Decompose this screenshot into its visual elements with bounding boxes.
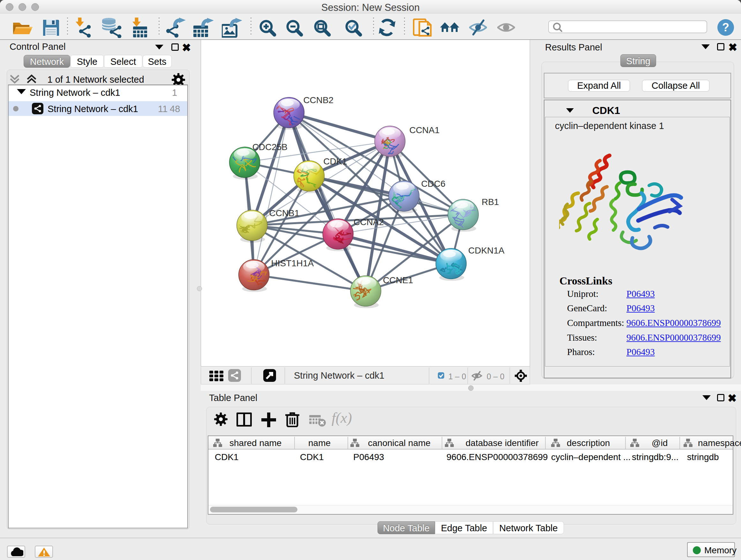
svg-text:HIST1H1A: HIST1H1A [271,258,314,268]
svg-text:CCNB1: CCNB1 [269,208,300,218]
svg-text:?: ? [722,21,729,34]
svg-text:CDC25B: CDC25B [253,142,287,152]
svg-text:CCNE1: CCNE1 [383,275,413,285]
svg-text:CCNB2: CCNB2 [303,95,333,105]
svg-text:CCNA2: CCNA2 [354,217,384,227]
svg-text:CCNA1: CCNA1 [409,125,440,135]
svg-text:CDK1: CDK1 [323,157,347,166]
svg-text:RB1: RB1 [482,197,499,207]
svg-text:CDKN1A: CDKN1A [468,246,504,255]
svg-text:CDC6: CDC6 [421,179,446,189]
